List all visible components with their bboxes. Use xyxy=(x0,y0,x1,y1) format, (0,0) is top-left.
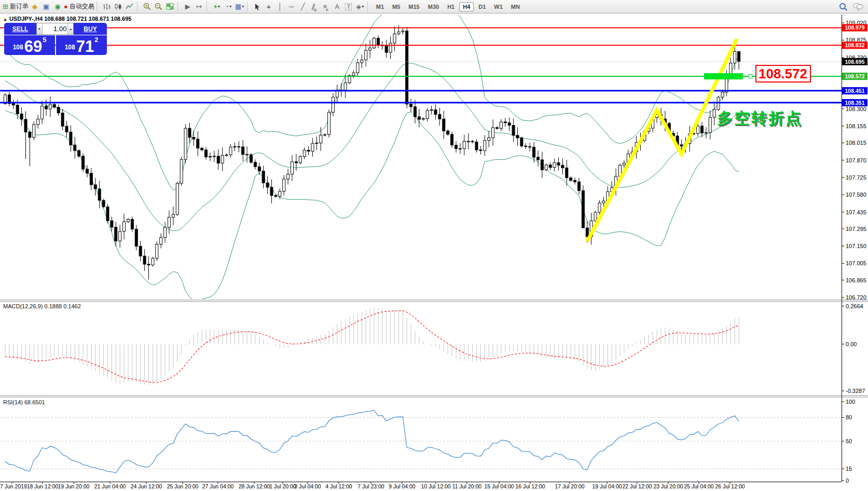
zoom-in-icon[interactable] xyxy=(142,2,153,12)
rsi-label: RSI(14) 68.6501 xyxy=(3,399,45,405)
time-label: 15 Jul 04:00 xyxy=(484,483,514,489)
shapes-icon: ◈ xyxy=(356,3,361,10)
auto-scroll-icon[interactable]: ▶ xyxy=(183,2,193,12)
buy-price-sup: 2 xyxy=(94,36,98,44)
svg-text:107.580: 107.580 xyxy=(846,192,866,198)
tf-m5[interactable]: M5 xyxy=(389,2,404,11)
autotrading-button[interactable]: ● 自动交易 xyxy=(64,2,94,12)
toolbar-separator xyxy=(97,2,100,11)
volume-down-button[interactable]: ▾ xyxy=(37,23,43,34)
dropdown-arrow-icon: ▾ xyxy=(229,4,231,9)
sell-price-big: 69 xyxy=(24,40,42,53)
sell-price-box[interactable]: 108 69 5 xyxy=(4,35,55,55)
terminal-icon[interactable]: ▣ xyxy=(41,2,51,12)
templates-button[interactable]: ▦ ▾ xyxy=(235,2,245,12)
chat-icon[interactable] xyxy=(853,2,863,12)
arrows-tool[interactable]: ◈ ▾ xyxy=(355,2,365,12)
time-label: 19 Jun 20:00 xyxy=(58,483,90,489)
time-label: 28 Jun 12:00 xyxy=(239,483,270,489)
svg-text:80: 80 xyxy=(846,414,852,420)
trendline-tool[interactable]: ╱ xyxy=(298,2,308,12)
buy-button[interactable]: BUY xyxy=(74,23,107,35)
template-icon: ▦ xyxy=(235,3,241,10)
rsi-pane xyxy=(0,410,842,473)
svg-text:107.150: 107.150 xyxy=(846,243,866,249)
autotrading-label: 自动交易 xyxy=(70,2,94,11)
market-watch-icon[interactable]: ◆ xyxy=(30,2,40,12)
indicators-plus-icon: + xyxy=(213,3,217,10)
buy-price-box[interactable]: 108 71 2 xyxy=(56,35,107,55)
candlestick-mode-icon[interactable] xyxy=(113,2,123,12)
one-click-trading-widget: SELL ▾ ▴ BUY 108 69 5 108 71 2 xyxy=(4,23,107,55)
svg-text:106.865: 106.865 xyxy=(846,277,866,283)
toolbar-separator xyxy=(137,2,140,11)
toolbar: ⊞ 新订单 ◆ ▣ ◉ ● 自动交易 ▶ ↦ xyxy=(0,0,868,13)
tf-h1[interactable]: H1 xyxy=(444,2,458,11)
svg-text:0.00: 0.00 xyxy=(846,341,857,347)
fibonacci-letter: F xyxy=(326,8,328,12)
macd-pane xyxy=(5,307,739,385)
data-window-icon[interactable]: ◉ xyxy=(52,2,63,12)
sell-price-sup: 5 xyxy=(43,36,46,44)
search-icon[interactable] xyxy=(838,2,848,12)
tf-m1[interactable]: M1 xyxy=(373,2,388,11)
svg-text:-0.3287: -0.3287 xyxy=(846,388,865,394)
tf-h4[interactable]: H4 xyxy=(459,2,474,11)
volume-input[interactable] xyxy=(43,23,68,34)
horizontal-line-tool[interactable]: ─ xyxy=(286,2,297,12)
time-label: 3 Jul 04:00 xyxy=(294,483,321,489)
crosshair-tool[interactable]: + xyxy=(264,2,274,12)
svg-text:108.979: 108.979 xyxy=(845,24,865,31)
autotrading-icon: ● xyxy=(64,3,68,10)
svg-text:0: 0 xyxy=(846,478,849,484)
toolbar-separator xyxy=(367,2,370,11)
svg-text:107.295: 107.295 xyxy=(846,226,866,232)
time-label: 18 Jun 12:00 xyxy=(27,483,59,489)
zoom-out-icon[interactable] xyxy=(154,2,164,12)
time-label: 17 Jun 2019 xyxy=(0,483,27,489)
svg-text:108.351: 108.351 xyxy=(845,100,865,106)
channel-letter: E xyxy=(314,8,317,12)
time-label: 21 Jun 04:00 xyxy=(94,483,126,489)
periods-button[interactable]: ◔ ▾ xyxy=(223,2,233,12)
new-order-button[interactable]: ⊞ 新订单 xyxy=(3,2,29,12)
time-label: 9 Jul 04:00 xyxy=(389,483,416,489)
svg-text:107.005: 107.005 xyxy=(846,260,866,266)
tf-mn[interactable]: MN xyxy=(507,2,523,11)
indicators-button[interactable]: + ▾ xyxy=(212,2,222,12)
time-label: 25 Jun 20:00 xyxy=(167,483,199,489)
text-tool[interactable]: A xyxy=(332,2,342,12)
channel-tool[interactable]: ∥ E xyxy=(309,2,320,12)
dropdown-arrow-icon: ▾ xyxy=(242,4,244,9)
tf-d1[interactable]: D1 xyxy=(475,2,489,11)
volume-up-button[interactable]: ▴ xyxy=(67,23,73,34)
tf-m30[interactable]: M30 xyxy=(424,2,443,11)
time-label: 10 Jul 12:00 xyxy=(421,483,450,489)
time-label: 23 Jul 20:00 xyxy=(653,483,683,489)
bar-chart-mode-icon[interactable] xyxy=(102,2,112,12)
main-pane: 108.572多空转折点多空转折点 xyxy=(0,4,842,301)
sell-price-prefix: 108 xyxy=(13,44,23,51)
vertical-line-tool[interactable]: │ xyxy=(275,2,285,12)
line-chart-mode-icon[interactable] xyxy=(125,2,135,12)
text-label-tool[interactable]: T xyxy=(343,2,354,12)
chart-canvas[interactable]: 108.572多空转折点多空转折点109.020108.875108.73010… xyxy=(0,0,868,491)
svg-text:108.015: 108.015 xyxy=(846,140,866,146)
tf-w1[interactable]: W1 xyxy=(490,2,506,11)
cursor-tool[interactable] xyxy=(252,2,263,12)
sell-button[interactable]: SELL xyxy=(4,23,36,35)
svg-text:107.870: 107.870 xyxy=(846,157,866,163)
mt4-window: ⊞ 新订单 ◆ ▣ ◉ ● 自动交易 ▶ ↦ xyxy=(0,0,868,491)
pivot-annotation: 多空转折点 xyxy=(717,110,803,127)
chart-shift-icon[interactable]: ↦ xyxy=(194,2,204,12)
clock-icon: ◔ xyxy=(225,3,229,10)
fibonacci-tool[interactable]: ≡ F xyxy=(321,2,331,12)
tf-m15[interactable]: M15 xyxy=(405,2,423,11)
new-order-label: 新订单 xyxy=(10,2,29,11)
support-highlight xyxy=(704,73,743,79)
tile-windows-icon[interactable] xyxy=(165,2,175,12)
svg-text:108.832: 108.832 xyxy=(845,42,865,48)
dropdown-arrow-icon: ▾ xyxy=(218,4,220,9)
time-label: 25 Jul 04:00 xyxy=(684,483,713,489)
volume-control: ▾ ▴ xyxy=(36,23,74,35)
